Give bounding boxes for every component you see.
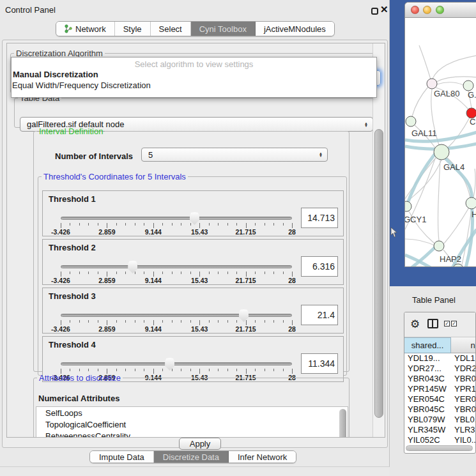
cell-shared-name[interactable]: YBR043C bbox=[404, 374, 451, 384]
tab-select[interactable]: Select bbox=[151, 22, 191, 36]
threshold-value-field[interactable]: 11.344 bbox=[301, 353, 338, 374]
network-edge[interactable] bbox=[447, 118, 470, 148]
cell-shared-name[interactable]: YBL079W bbox=[404, 415, 451, 425]
tick-label: 9.144 bbox=[145, 228, 162, 236]
close-icon[interactable]: ✕ bbox=[380, 4, 388, 15]
cell-name[interactable]: YBR0... bbox=[451, 404, 476, 415]
table-row[interactable]: YLR345WYLR3... bbox=[404, 425, 476, 435]
number-of-intervals-combobox[interactable]: 5 ▲▼ bbox=[141, 148, 328, 162]
network-node[interactable] bbox=[434, 144, 449, 160]
cell-name[interactable]: YLR3... bbox=[451, 425, 476, 435]
network-edge[interactable] bbox=[433, 56, 476, 79]
network-edge[interactable] bbox=[438, 160, 440, 241]
slider-track[interactable] bbox=[61, 265, 292, 268]
tab-discretize-data[interactable]: Discretize Data bbox=[154, 451, 229, 463]
cell-shared-name[interactable]: YPR145W bbox=[404, 384, 451, 394]
apply-button[interactable]: Apply bbox=[179, 438, 221, 450]
column-header-shared[interactable]: shared... bbox=[404, 337, 451, 353]
float-window-icon[interactable] bbox=[371, 8, 378, 15]
tab-infer-network[interactable]: Infer Network bbox=[229, 451, 296, 463]
minimize-traffic-light-icon[interactable] bbox=[423, 6, 431, 14]
tab-impute-data[interactable]: Impute Data bbox=[90, 451, 154, 463]
settings-vertical-scrollbar[interactable] bbox=[372, 43, 385, 437]
cell-name[interactable]: YDR2... bbox=[451, 364, 476, 374]
tick-mark bbox=[135, 272, 135, 274]
table-row[interactable]: YIL052CYIL0... bbox=[404, 435, 476, 445]
threshold-value-field[interactable]: 21.4 bbox=[301, 305, 338, 325]
cell-name[interactable]: YER0... bbox=[451, 394, 476, 404]
tab-style[interactable]: Style bbox=[115, 22, 151, 36]
network-node[interactable] bbox=[405, 201, 411, 211]
network-node[interactable] bbox=[427, 79, 437, 89]
tab-network[interactable]: Network bbox=[56, 22, 115, 36]
node-label: G. bbox=[468, 90, 476, 100]
cell-shared-name[interactable]: YDR27... bbox=[404, 364, 451, 374]
table-row[interactable]: YBR045CYBR0... bbox=[404, 404, 476, 415]
zoom-traffic-light-icon[interactable] bbox=[436, 6, 444, 14]
network-edge[interactable] bbox=[473, 169, 475, 197]
network-node[interactable] bbox=[466, 197, 476, 209]
algorithm-item-manual[interactable]: Manual Discretization bbox=[12, 68, 376, 79]
cell-shared-name[interactable]: YIL052C bbox=[404, 435, 451, 445]
attribute-item[interactable]: TopologicalCoefficient bbox=[36, 418, 348, 430]
network-node[interactable] bbox=[463, 81, 473, 91]
control-panel-titlebar[interactable]: Control Panel ✕ bbox=[0, 0, 389, 19]
network-edge[interactable] bbox=[444, 208, 469, 243]
network-edge[interactable] bbox=[412, 87, 428, 116]
slider-track[interactable] bbox=[61, 217, 292, 220]
algorithm-placeholder-item[interactable]: Select algorithm to view settings bbox=[12, 58, 376, 68]
tick-mark bbox=[172, 223, 173, 226]
threshold-slider[interactable]: -3.4262.8599.14415.4321.71528 bbox=[61, 206, 292, 236]
table-row[interactable]: YDL19...YDL1... bbox=[404, 353, 476, 364]
threshold-slider[interactable]: -3.4262.8599.14415.4321.71528 bbox=[61, 303, 292, 333]
numerical-attributes-list[interactable]: SelfLoopsTopologicalCoefficientBetweenne… bbox=[36, 406, 348, 438]
tick-mark bbox=[172, 369, 173, 371]
table-row[interactable]: YPR145WYPR1... bbox=[404, 384, 476, 394]
cyni-toolbox-panel: Discretization Algorithm ▲▼ Select algor… bbox=[2, 40, 388, 448]
list-scrollbar[interactable] bbox=[339, 409, 346, 438]
table-panel-region: Table Panel ⚙ ✓ ✓ shared... na YDL19...Y… bbox=[390, 286, 476, 476]
table-row[interactable]: YER054CYER0... bbox=[404, 394, 476, 404]
attribute-item[interactable]: BetweennessCentrality bbox=[36, 430, 348, 438]
slider-track[interactable] bbox=[61, 314, 292, 317]
network-window-titlebar[interactable] bbox=[405, 3, 476, 18]
table-header-row: shared... na bbox=[404, 337, 476, 353]
threshold-slider[interactable]: -3.4262.8599.14415.4321.71528 bbox=[61, 255, 292, 284]
tick-mark bbox=[209, 320, 210, 323]
cell-shared-name[interactable]: YER054C bbox=[404, 394, 451, 404]
table-row[interactable]: YDR27...YDR2... bbox=[404, 364, 476, 374]
cell-name[interactable]: YBL0... bbox=[451, 415, 476, 425]
network-node[interactable] bbox=[406, 116, 416, 127]
slider-tick-labels: -3.4262.8599.14415.4321.71528 bbox=[61, 277, 292, 284]
tick-mark bbox=[218, 223, 219, 226]
cell-shared-name[interactable]: YLR345W bbox=[404, 425, 451, 435]
table-row[interactable]: YBL079WYBL0... bbox=[404, 415, 476, 425]
threshold-value-field[interactable]: 6.316 bbox=[301, 256, 338, 277]
tab-jactivemnodules[interactable]: jActiveMNodules bbox=[256, 22, 334, 36]
cell-name[interactable]: YPR1... bbox=[451, 384, 476, 394]
table-horizontal-scrollbar[interactable] bbox=[406, 445, 473, 451]
scrollbar-thumb[interactable] bbox=[374, 129, 383, 418]
column-header-name[interactable]: na bbox=[451, 337, 476, 353]
cell-shared-name[interactable]: YBR045C bbox=[404, 404, 451, 415]
cell-name[interactable]: YIL0... bbox=[451, 435, 476, 445]
checkbox-icon[interactable]: ✓ bbox=[444, 321, 450, 326]
algorithm-item-equal-width[interactable]: Equal Width/Frequency Discretization bbox=[12, 79, 376, 90]
network-node[interactable] bbox=[434, 241, 444, 251]
threshold-value-field[interactable]: 14.713 bbox=[301, 208, 338, 228]
network-canvas[interactable]: GAL80G.GAL11CGAL4GCY1HHAP2 bbox=[405, 19, 476, 267]
gear-icon[interactable]: ⚙ bbox=[410, 318, 420, 331]
cell-name[interactable]: YDL1... bbox=[451, 353, 476, 364]
checkbox-icon[interactable]: ✓ bbox=[451, 321, 457, 326]
table-row[interactable]: YBR043CYBR0... bbox=[404, 374, 476, 384]
network-edge[interactable] bbox=[419, 45, 431, 79]
cell-shared-name[interactable]: YDL19... bbox=[404, 353, 451, 364]
network-edge[interactable] bbox=[437, 82, 463, 85]
close-traffic-light-icon[interactable] bbox=[411, 6, 419, 14]
thresholds-group: Threshold's Coordinates for 5 Intervals … bbox=[38, 172, 347, 376]
tab-cyni-toolbox[interactable]: Cyni Toolbox bbox=[191, 22, 256, 36]
slider-track[interactable] bbox=[61, 362, 292, 365]
columns-icon[interactable] bbox=[427, 319, 438, 328]
cell-name[interactable]: YBR0... bbox=[451, 374, 476, 384]
attribute-item[interactable]: SelfLoops bbox=[36, 407, 348, 418]
